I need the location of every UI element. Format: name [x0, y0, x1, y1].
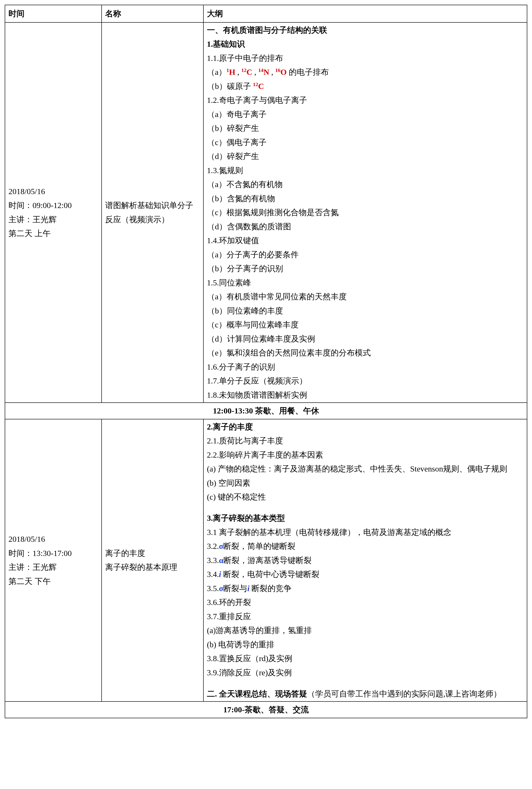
date: 2018/05/16: [8, 184, 98, 199]
outline-line: 1.1.原子中电子的排布: [207, 51, 524, 65]
isotope-c: 12C: [239, 68, 252, 76]
time-slot: 时间：09:00-12:00: [8, 198, 98, 213]
outline-line: 3.9.消除反应（re)及实例: [207, 666, 524, 680]
outline-line: （b）碳原子 12C: [207, 79, 524, 93]
header-row: 时间 名称 大纲: [5, 5, 527, 22]
alpha-symbol: α: [219, 556, 224, 565]
outline-line: (b) 电荷诱导的重排: [207, 638, 524, 652]
outline-sec1: 1.基础知识: [207, 37, 524, 51]
sigma-symbol: σ: [219, 584, 224, 593]
outline-line: （d）计算同位素峰丰度及实例: [207, 332, 524, 346]
outline-line: 3.5.σ断裂与i 断裂的竞争: [207, 582, 524, 595]
outline-line: 3.4.i 断裂，电荷中心诱导键断裂: [207, 567, 524, 582]
gap: [207, 504, 524, 511]
outline-line: 3.6.环的开裂: [207, 595, 524, 609]
outline-line: 2.1.质荷比与离子丰度: [207, 434, 524, 448]
time-slot: 时间：13:30-17:00: [8, 546, 98, 561]
outline-line: 1.2.奇电子离子与偶电子离子: [207, 93, 524, 107]
outline-line: 3.8.置换反应（rd)及实例: [207, 652, 524, 666]
outline-line: （d）碎裂产生: [207, 149, 524, 163]
break-row: 12:00-13:30 茶歇、用餐、午休: [5, 403, 527, 419]
outline-line: （a）奇电子离子: [207, 107, 524, 122]
outline-line: （e）氯和溴组合的天然同位素丰度的分布模式: [207, 346, 524, 360]
outline-line: 3.1 离子裂解的基本机理（电荷转移规律），电荷及游离基定域的概念: [207, 525, 524, 539]
schedule-table: 时间 名称 大纲 2018/05/16 时间：09:00-12:00 主讲：王光…: [5, 5, 527, 718]
isotope-n: 14N: [256, 68, 269, 76]
header-time: 时间: [5, 5, 101, 22]
outline-line: （b）碎裂产生: [207, 121, 524, 135]
session-row-afternoon: 2018/05/16 时间：13:30-17:00 主讲：王光辉 第二天 下午 …: [5, 419, 527, 702]
header-name: 名称: [101, 5, 204, 22]
break-text: 12:00-13:30 茶歇、用餐、午休: [5, 403, 527, 419]
outline-line: （b）含氮的有机物: [207, 191, 524, 206]
header-outline: 大纲: [204, 5, 527, 22]
outline-line: （a）分子离子的必要条件: [207, 248, 524, 262]
outline-line: （d）含偶数氮的质谱图: [207, 220, 524, 234]
outline-h1: 一、有机质谱图与分子结构的关联: [207, 23, 524, 37]
i-symbol: i: [219, 570, 221, 579]
session-row-morning: 2018/05/16 时间：09:00-12:00 主讲：王光辉 第二天 上午 …: [5, 22, 527, 403]
i-symbol: i: [247, 584, 249, 593]
date: 2018/05/16: [8, 532, 98, 546]
outline-line: 3.7.重排反应: [207, 609, 524, 624]
outline-line: 1.6.分子离子的识别: [207, 360, 524, 374]
gap: [207, 680, 524, 687]
day-label: 第二天 下午: [8, 574, 98, 588]
session-name: 离子的丰度 离子碎裂的基本原理: [101, 419, 204, 702]
outline-line: 1.7.单分子反应（视频演示）: [207, 374, 524, 388]
isotope-c12: 12C: [253, 82, 264, 91]
outline-line: 1.3.氮规则: [207, 163, 524, 178]
outline-line: （a）不含氮的有机物: [207, 177, 524, 191]
outline-line: 1.5.同位素峰: [207, 276, 524, 290]
outline-cell: 一、有机质谱图与分子结构的关联 1.基础知识 1.1.原子中电子的排布 （a）1…: [204, 22, 527, 403]
outline-line: （a）有机质谱中常见同位素的天然丰度: [207, 290, 524, 304]
break-row: 17:00-茶歇、答疑、交流: [5, 701, 527, 718]
outline-sec3: 3.离子碎裂的基本类型: [207, 511, 524, 525]
outline-line: （c）偶电子离子: [207, 135, 524, 149]
outline-line: (b) 空间因素: [207, 476, 524, 490]
outline-line: (a)游离基诱导的重排，氢重排: [207, 623, 524, 638]
outline-line: 3.3.α断裂，游离基诱导键断裂: [207, 553, 524, 568]
speaker: 主讲：王光辉: [8, 560, 98, 574]
day-label: 第二天 上午: [8, 226, 98, 241]
outline-line: (c) 键的不稳定性: [207, 490, 524, 504]
outline-line: （c）根据氮规则推测化合物是否含氮: [207, 205, 524, 220]
time-cell: 2018/05/16 时间：13:30-17:00 主讲：王光辉 第二天 下午: [5, 419, 101, 702]
session-name: 谱图解析基础知识单分子反应（视频演示）: [101, 22, 204, 403]
outline-line: （b）同位素峰的丰度: [207, 304, 524, 318]
sigma-symbol: σ: [219, 542, 224, 551]
outline-sec2: 2.离子的丰度: [207, 420, 524, 434]
outline-summary: 二. 全天课程总结、现场答疑（学员可自带工作当中遇到的实际问题,课上咨询老师）: [207, 687, 524, 701]
speaker: 主讲：王光辉: [8, 213, 98, 227]
outline-line: 1.8.未知物质谱谱图解析实例: [207, 388, 524, 402]
outline-line: 2.2.影响碎片离子丰度的基本因素: [207, 448, 524, 462]
outline-line: 3.2.σ断裂，简单的键断裂: [207, 539, 524, 553]
isotope-o: 16O: [273, 68, 287, 76]
isotope-h: 1H: [227, 68, 235, 76]
outline-line: （c）概率与同位素峰丰度: [207, 318, 524, 332]
break-text: 17:00-茶歇、答疑、交流: [5, 701, 527, 718]
outline-line: 1.4.环加双键值: [207, 234, 524, 248]
outline-line: （a）1H , 12C , 14N , 16O 的电子排布: [207, 65, 524, 79]
outline-line: （b）分子离子的识别: [207, 261, 524, 276]
time-cell: 2018/05/16 时间：09:00-12:00 主讲：王光辉 第二天 上午: [5, 22, 101, 403]
outline-cell: 2.离子的丰度 2.1.质荷比与离子丰度 2.2.影响碎片离子丰度的基本因素 (…: [204, 419, 527, 702]
outline-line: (a) 产物的稳定性：离子及游离基的稳定形式、中性丢失、Stevenson规则、…: [207, 462, 524, 476]
